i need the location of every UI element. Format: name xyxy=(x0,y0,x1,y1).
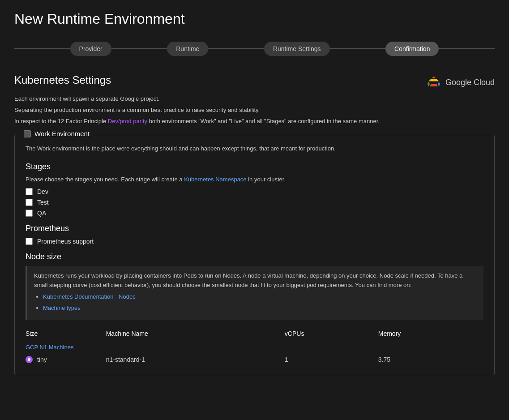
step-connector-0 xyxy=(14,48,70,49)
gcp-n1-group-row: GCP N1 Machines xyxy=(26,341,483,353)
page-title: New Runtime Environment xyxy=(14,11,495,27)
row-size-label: tiny xyxy=(37,356,47,363)
work-env-legend: Work Environment xyxy=(20,130,93,137)
step-provider[interactable]: Provider xyxy=(70,42,111,56)
prometheus-heading: Prometheus xyxy=(26,224,483,233)
stage-test-label: Test xyxy=(37,199,49,206)
k8s-desc-3-after: both environments "Work" and "Live" and … xyxy=(149,118,380,124)
node-size-table: Size Machine Name vCPUs Memory GCP N1 Ma… xyxy=(26,327,483,366)
table-header-row: Size Machine Name vCPUs Memory xyxy=(26,327,483,341)
step-connector-3 xyxy=(330,48,386,49)
work-env-description: The Work environment is the place were e… xyxy=(26,144,483,153)
stage-dev-label: Dev xyxy=(37,188,48,195)
k8s-desc-3-text: In respect to the 12 Factor Principle xyxy=(14,118,106,124)
col-memory: Memory xyxy=(378,327,483,341)
step-connector-4 xyxy=(439,48,495,49)
work-env-title: Work Environment xyxy=(34,130,90,137)
machine-types-link[interactable]: Machine types xyxy=(43,304,81,311)
node-links-list: Kubernetes Documentation - Nodes Machine… xyxy=(34,292,476,313)
kubernetes-title: Kubernetes Settings xyxy=(14,74,111,86)
row-machine-name: n1-standard-1 xyxy=(106,353,285,366)
stage-qa-checkbox[interactable] xyxy=(26,210,33,217)
stage-test-checkbox[interactable] xyxy=(26,199,33,206)
node-link-item-1: Machine types xyxy=(43,304,476,313)
stage-dev-checkbox[interactable] xyxy=(26,188,33,195)
stage-dev-item: Dev xyxy=(26,188,483,195)
col-size: Size xyxy=(26,327,106,341)
google-cloud-label: Google Cloud xyxy=(445,78,495,87)
node-desc-text: Kubernetes runs your workload by placing… xyxy=(34,272,462,288)
prometheus-item: Prometheus support xyxy=(26,238,483,245)
step-connector-2 xyxy=(208,48,264,49)
table-row[interactable]: tiny n1-standard-1 1 3.75 xyxy=(26,353,483,366)
row-vcpus: 1 xyxy=(285,353,378,366)
node-size-heading: Node size xyxy=(26,252,483,261)
stage-qa-item: QA xyxy=(26,210,483,217)
k8s-desc-3: In respect to the 12 Factor Principle De… xyxy=(14,117,495,126)
step-connector-1 xyxy=(111,48,167,49)
stage-qa-label: QA xyxy=(37,210,46,217)
kubernetes-header: Kubernetes Settings Google Cloud xyxy=(14,74,495,89)
stages-description: Please choose the stages you need. Each … xyxy=(26,176,483,183)
step-runtime[interactable]: Runtime xyxy=(167,42,208,56)
node-size-description: Kubernetes runs your workload by placing… xyxy=(26,266,483,320)
stepper: Provider Runtime Runtime Settings Confir… xyxy=(14,42,495,56)
kubernetes-namespace-link[interactable]: Kubernetes Namespace xyxy=(184,176,246,183)
step-runtime-settings[interactable]: Runtime Settings xyxy=(264,42,330,56)
work-env-legend-checkbox xyxy=(24,130,31,137)
google-cloud-icon xyxy=(426,76,442,89)
work-environment-box: Work Environment The Work environment is… xyxy=(14,135,495,375)
k8s-docs-link[interactable]: Kubernetes Documentation - Nodes xyxy=(43,293,136,300)
row-memory: 3.75 xyxy=(378,353,483,366)
prometheus-checkbox[interactable] xyxy=(26,238,33,245)
stages-heading: Stages xyxy=(26,162,483,171)
node-link-item-0: Kubernetes Documentation - Nodes xyxy=(43,292,476,302)
tiny-radio[interactable] xyxy=(26,356,33,363)
stage-test-item: Test xyxy=(26,199,483,206)
col-machine-name: Machine Name xyxy=(106,327,285,341)
k8s-desc-2: Separating the production environment is… xyxy=(14,106,495,115)
step-confirmation[interactable]: Confirmation xyxy=(385,42,439,56)
k8s-desc-1: Each environment will spawn a separate G… xyxy=(14,94,495,104)
prometheus-label: Prometheus support xyxy=(37,238,94,245)
google-cloud-logo: Google Cloud xyxy=(426,76,495,89)
stages-desc-after: in your cluster. xyxy=(248,176,286,183)
stages-desc-before: Please choose the stages you need. Each … xyxy=(26,176,183,183)
col-vcpus: vCPUs xyxy=(285,327,378,341)
gcp-n1-label: GCP N1 Machines xyxy=(26,342,73,352)
devprod-parity-link[interactable]: Dev/prod parity xyxy=(108,118,147,124)
row-size-cell[interactable]: tiny xyxy=(26,353,106,366)
